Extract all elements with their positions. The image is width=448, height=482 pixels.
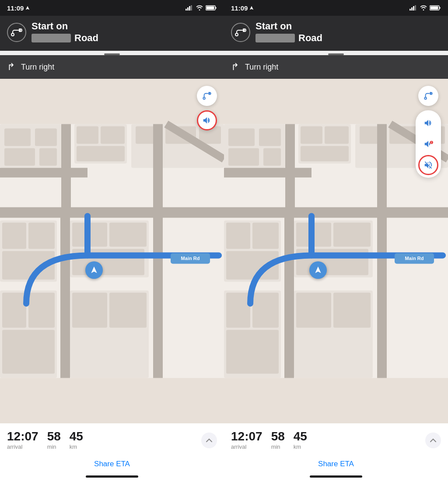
- location-arrow-2: [309, 261, 327, 279]
- nav-title-1: Start on: [32, 21, 98, 32]
- nav-header-1: Start on Road: [0, 16, 224, 51]
- svg-rect-26: [153, 124, 163, 378]
- arrival-stat-2: 12:07 arrival: [231, 430, 262, 450]
- sound-alert-button-2[interactable]: !: [418, 134, 438, 154]
- svg-rect-49: [413, 6, 414, 11]
- sound-loud-icon-2: [424, 118, 433, 128]
- nav-road-1: Road: [32, 32, 98, 44]
- route-overview-button-2[interactable]: [418, 86, 438, 106]
- sound-button-1[interactable]: [197, 110, 217, 130]
- distance-stat-1: 45 km: [70, 430, 83, 450]
- route-overview-button-1[interactable]: [197, 86, 217, 106]
- signal-icon-1: [186, 5, 193, 11]
- turn-text-2: Turn right: [245, 63, 278, 72]
- svg-point-45: [203, 97, 205, 99]
- reroute-icon-1: [11, 28, 22, 36]
- nav-start-icon-1: [7, 23, 26, 42]
- location-arrow-icon-2: [249, 6, 254, 10]
- expand-button-2[interactable]: [425, 433, 441, 448]
- svg-rect-80: [333, 223, 371, 247]
- svg-rect-3: [191, 5, 192, 11]
- screen-1: 11:09: [0, 0, 224, 482]
- nav-arrow-icon-2: [314, 266, 322, 274]
- svg-rect-40: [72, 293, 107, 328]
- svg-text:Main Rd: Main Rd: [405, 256, 424, 261]
- svg-rect-41: [109, 293, 147, 328]
- road-blur-2: [256, 34, 295, 42]
- svg-text:!: !: [431, 141, 432, 144]
- svg-rect-28: [2, 223, 26, 249]
- turn-arrow-icon-1: ↱: [7, 61, 15, 73]
- home-indicator-1: [86, 475, 138, 478]
- chevron-up-icon-2: [430, 438, 436, 443]
- share-eta-button-2[interactable]: Share ETA: [231, 454, 441, 475]
- arrival-label-1: arrival: [7, 443, 38, 450]
- svg-rect-89: [284, 212, 294, 378]
- wifi-icon-1: [196, 5, 203, 11]
- status-time-1: 11:09: [7, 4, 30, 12]
- svg-rect-62: [224, 168, 312, 178]
- sound-mute-button-2[interactable]: [418, 155, 438, 175]
- svg-rect-53: [430, 7, 438, 10]
- svg-rect-42: [60, 212, 70, 378]
- duration-label-1: min: [47, 443, 61, 450]
- nav-text-1: Start on Road: [32, 21, 98, 44]
- svg-rect-50: [415, 5, 416, 11]
- svg-rect-60: [228, 148, 259, 166]
- share-eta-button-1[interactable]: Share ETA: [7, 454, 217, 475]
- svg-rect-83: [226, 293, 250, 328]
- svg-rect-11: [4, 129, 31, 146]
- status-bar-2: 11:09: [224, 0, 448, 16]
- svg-rect-2: [189, 6, 190, 11]
- nav-start-icon-2: [231, 23, 250, 42]
- svg-rect-85: [226, 330, 279, 374]
- svg-point-92: [424, 97, 427, 99]
- svg-rect-38: [2, 330, 55, 374]
- svg-rect-15: [0, 168, 88, 178]
- svg-rect-14: [39, 148, 57, 166]
- sound-on-icon-1: [202, 116, 212, 125]
- wifi-icon-2: [420, 5, 427, 11]
- map-controls-1: [197, 86, 217, 130]
- map-svg-1: Main Rd: [0, 79, 224, 423]
- svg-rect-6: [206, 7, 214, 10]
- svg-rect-0: [186, 9, 187, 11]
- bottom-panel-1: 12:07 arrival 58 min 45 km Share ETA: [0, 423, 224, 482]
- map-area-2: Main Rd: [224, 79, 448, 423]
- location-arrow-icon-1: [25, 6, 30, 10]
- status-icons-2: [410, 5, 441, 11]
- svg-rect-29: [28, 223, 55, 249]
- route-icon-2: [424, 91, 433, 101]
- bottom-panel-2: 12:07 arrival 58 min 45 km Share ETA: [224, 423, 448, 482]
- svg-rect-65: [301, 127, 322, 144]
- svg-rect-47: [410, 9, 411, 11]
- distance-label-2: km: [294, 443, 307, 450]
- svg-rect-87: [296, 293, 331, 328]
- svg-rect-48: [411, 7, 413, 11]
- svg-rect-59: [259, 129, 281, 146]
- road-blur-1: [32, 34, 71, 42]
- sound-mute-icon-2: [424, 160, 433, 170]
- signal-icon-2: [410, 5, 417, 11]
- svg-rect-12: [35, 129, 57, 146]
- svg-rect-84: [252, 293, 279, 328]
- trip-info-1: 12:07 arrival 58 min 45 km: [7, 430, 217, 450]
- svg-rect-18: [77, 127, 98, 144]
- duration-value-1: 58: [47, 430, 61, 443]
- map-svg-2: Main Rd: [224, 79, 448, 423]
- distance-stat-2: 45 km: [294, 430, 307, 450]
- distance-value-2: 45: [294, 430, 307, 443]
- sound-loud-button-2[interactable]: [418, 113, 438, 133]
- svg-rect-66: [325, 127, 349, 144]
- svg-rect-75: [226, 223, 250, 249]
- expand-button-1[interactable]: [201, 433, 217, 448]
- svg-text:Main Rd: Main Rd: [181, 256, 200, 261]
- svg-rect-33: [109, 223, 147, 247]
- nav-road-2: Road: [256, 32, 322, 44]
- svg-rect-19: [101, 127, 125, 144]
- status-bar-1: 11:09: [0, 0, 224, 16]
- svg-rect-88: [333, 293, 371, 328]
- svg-rect-25: [0, 208, 224, 218]
- duration-label-2: min: [271, 443, 285, 450]
- nav-text-2: Start on Road: [256, 21, 322, 44]
